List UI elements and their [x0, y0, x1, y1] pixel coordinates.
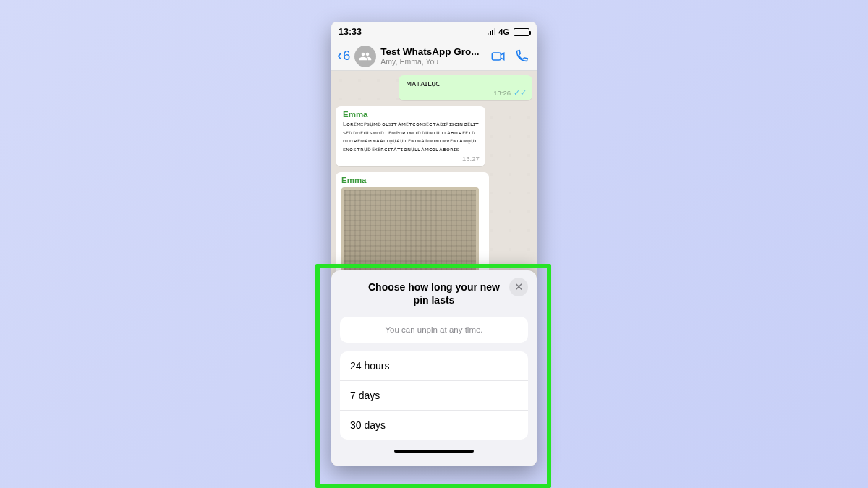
sender-name: Emma: [341, 176, 485, 184]
read-ticks-icon: ✓✓: [514, 89, 527, 97]
chat-navbar: ‹ 6 Test WhatsApp Gro... Amy, Emma, You: [331, 42, 537, 71]
option-7-days[interactable]: 7 days: [340, 381, 528, 411]
message-text: ᴍᴀᴛᴀɪʟᴜᴄ: [406, 79, 527, 88]
duration-options: 24 hours 7 days 30 days: [340, 351, 528, 440]
close-icon: ✕: [514, 281, 524, 294]
status-bar: 13:33 4G: [331, 22, 537, 42]
chat-title: Test WhatsApp Gro...: [380, 46, 485, 57]
chat-body[interactable]: ᴍᴀᴛᴀɪʟᴜᴄ 13:26 ✓✓ Emma Lᴏʀᴇᴍɪᴘsᴜᴍᴅᴏʟsɪᴛᴀ…: [331, 71, 537, 466]
network-label: 4G: [498, 27, 509, 36]
video-call-button[interactable]: [489, 48, 508, 64]
chat-title-block[interactable]: Test WhatsApp Gro... Amy, Emma, You: [380, 46, 485, 66]
message-text: Lᴏʀᴇᴍɪᴘsᴜᴍᴅᴏʟsɪᴛᴀᴍᴇᴛᴄᴏɴsᴇᴄᴛᴀᴅɪᴘɪsᴄɪɴɢᴇʟɪ…: [343, 120, 480, 153]
sender-name: Emma: [343, 110, 480, 119]
option-30-days[interactable]: 30 days: [340, 411, 528, 440]
back-button[interactable]: ‹ 6: [337, 48, 350, 64]
group-icon: [359, 50, 372, 63]
video-icon: [490, 48, 506, 64]
message-time: 13:26: [493, 89, 511, 97]
option-24-hours[interactable]: 24 hours: [340, 351, 528, 381]
group-avatar[interactable]: [354, 46, 376, 67]
incoming-message[interactable]: Emma Lᴏʀᴇᴍɪᴘsᴜᴍᴅᴏʟsɪᴛᴀᴍᴇᴛᴄᴏɴsᴇᴄᴛᴀᴅɪᴘɪsᴄɪ…: [336, 106, 485, 166]
close-button[interactable]: ✕: [509, 278, 528, 296]
phone-icon: [514, 48, 529, 64]
chat-subtitle: Amy, Emma, You: [380, 57, 485, 66]
sheet-hint: You can unpin at any time.: [340, 317, 528, 343]
battery-icon: [514, 28, 529, 36]
back-count: 6: [343, 48, 350, 64]
status-time: 13:33: [339, 27, 362, 37]
status-right: 4G: [488, 27, 529, 36]
chevron-left-icon: ‹: [337, 48, 342, 64]
pin-duration-sheet: ✕ Choose how long your new pin lasts You…: [331, 270, 537, 466]
outgoing-message[interactable]: ᴍᴀᴛᴀɪʟᴜᴄ 13:26 ✓✓: [399, 75, 532, 100]
sheet-title: Choose how long your new pin lasts: [340, 281, 528, 307]
phone-frame: 13:33 4G ‹ 6 Test WhatsApp Gro... Amy, E…: [331, 22, 537, 466]
voice-call-button[interactable]: [512, 48, 531, 64]
message-time: 13:27: [343, 155, 480, 163]
svg-rect-0: [492, 52, 501, 59]
signal-bars-icon: [488, 28, 495, 35]
home-indicator[interactable]: [394, 450, 474, 453]
